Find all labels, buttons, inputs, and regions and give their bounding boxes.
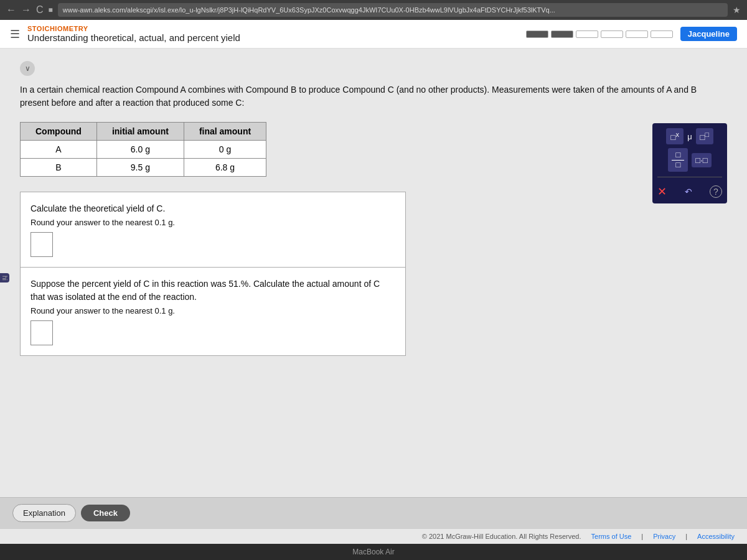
math-row-1: □x μ □□ [657, 128, 722, 144]
url-bar[interactable]: www-awn.aleks.com/alekscgi/x/isl.exe/lo_… [58, 3, 728, 17]
footer-separator-2: | [685, 533, 687, 540]
content-area: hi ∨ In a certain chemical reaction Comp… [0, 49, 747, 497]
question-2-section: Suppose the percent yield of C in this r… [20, 268, 406, 356]
macbook-bar: MacBook Air [0, 544, 747, 560]
header-title-area: STOICHIOMETRY Understanding theoretical,… [27, 25, 519, 43]
back-button[interactable]: ← [6, 4, 16, 16]
table-header-compound: Compound [21, 123, 97, 141]
fraction-button[interactable]: □ □ [668, 148, 688, 172]
question-2-main: Suppose the percent yield of C in this r… [31, 278, 395, 304]
footer-separator-1: | [641, 533, 643, 540]
question-2-sub: Round your answer to the nearest 0.1 g. [31, 306, 395, 315]
math-row-2: □ □ □·□ [657, 148, 722, 172]
clear-button[interactable]: ✕ [657, 185, 667, 198]
sidebar-hint: hi [0, 273, 9, 283]
browser-bar: ← → C ■ www-awn.aleks.com/alekscgi/x/isl… [0, 0, 747, 20]
terms-link[interactable]: Terms of Use [591, 533, 632, 540]
exponent-button[interactable]: □□ [696, 128, 713, 144]
question-1-sub: Round your answer to the nearest 0.1 g. [31, 218, 395, 227]
table-cell-initial-b: 9.5 g [96, 159, 184, 177]
progress-seg-4 [601, 30, 623, 38]
question-1-main: Calculate the theoretical yield of C. [31, 202, 395, 215]
progress-seg-3 [576, 30, 598, 38]
answer-input-2[interactable] [31, 320, 53, 345]
table-row: A 6.0 g 0 g [21, 141, 266, 159]
app-header: ☰ STOICHIOMETRY Understanding theoretica… [0, 20, 747, 49]
secure-icon: ■ [49, 6, 53, 14]
refresh-button[interactable]: C [36, 4, 44, 16]
table-row: B 9.5 g 6.8 g [21, 159, 266, 177]
forward-button[interactable]: → [21, 4, 31, 16]
privacy-link[interactable]: Privacy [653, 533, 675, 540]
progress-seg-1 [526, 30, 548, 38]
table-cell-compound-a: A [21, 141, 97, 159]
dot-product-button[interactable]: □·□ [692, 153, 711, 167]
footer: © 2021 McGraw-Hill Education. All Rights… [0, 528, 747, 544]
progress-bar-area [526, 30, 673, 38]
table-cell-initial-a: 6.0 g [96, 141, 184, 159]
header-title: Understanding theoretical, actual, and p… [27, 32, 519, 43]
math-divider [657, 177, 722, 177]
action-row: ✕ ↶ ? [657, 185, 722, 198]
user-badge: Jacqueline [680, 27, 737, 41]
table-header-final: final amount [184, 123, 266, 141]
app-container: ☰ STOICHIOMETRY Understanding theoretica… [0, 20, 747, 544]
explanation-button[interactable]: Explanation [12, 504, 76, 522]
question-1-section: Calculate the theoretical yield of C. Ro… [20, 192, 406, 268]
bottom-bar: Explanation Check [0, 497, 747, 528]
copyright-text: © 2021 McGraw-Hill Education. All Rights… [422, 533, 581, 540]
progress-seg-6 [651, 30, 673, 38]
progress-seg-5 [626, 30, 648, 38]
table-cell-final-a: 0 g [184, 141, 266, 159]
help-button[interactable]: ? [710, 185, 722, 198]
undo-button[interactable]: ↶ [685, 187, 692, 197]
compound-table: Compound initial amount final amount A 6… [20, 122, 266, 177]
math-toolbar: □x μ □□ □ □ □·□ ✕ ↶ ? [652, 123, 727, 203]
table-cell-compound-b: B [21, 159, 97, 177]
menu-icon[interactable]: ☰ [10, 27, 20, 41]
bookmark-icon[interactable]: ★ [733, 5, 741, 15]
check-button[interactable]: Check [81, 505, 130, 521]
table-cell-final-b: 6.8 g [184, 159, 266, 177]
progress-seg-2 [551, 30, 573, 38]
table-header-initial: initial amount [96, 123, 184, 141]
problem-text: In a certain chemical reaction Compound … [20, 83, 727, 110]
header-category: STOICHIOMETRY [27, 25, 519, 32]
answer-input-1[interactable] [31, 232, 53, 257]
mu-symbol[interactable]: μ [687, 132, 692, 141]
superscript-button[interactable]: □x [666, 128, 684, 144]
collapse-button[interactable]: ∨ [20, 61, 35, 76]
accessibility-link[interactable]: Accessibility [697, 533, 735, 540]
